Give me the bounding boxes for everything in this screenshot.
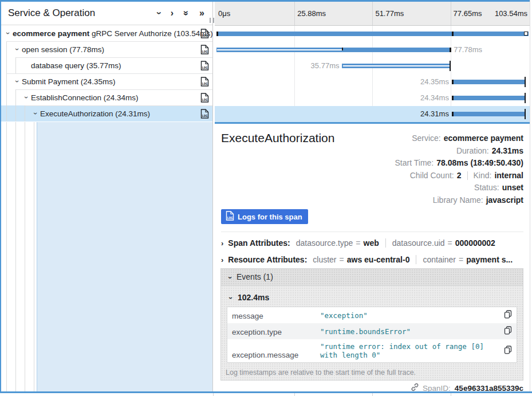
tree-panel-title: Service & Operation <box>8 7 95 19</box>
gridline-mark <box>451 393 451 396</box>
bar-marker <box>525 77 526 87</box>
span-log-icon[interactable]: LOG <box>200 109 209 119</box>
timeline-row[interactable]: 77.78ms <box>215 42 530 58</box>
tree-row[interactable]: ›ExecuteAuthorization (24.31ms)LOG <box>1 105 212 121</box>
copy-icon[interactable] <box>504 346 512 356</box>
logs-for-span-button[interactable]: LOG Logs for this span <box>221 209 308 224</box>
span-duration-bar[interactable] <box>216 32 529 36</box>
span-detail-panel: ExecuteAuthorization Service:ecommerce p… <box>215 122 530 391</box>
span-duration-bar[interactable] <box>452 96 525 100</box>
timeline-row[interactable] <box>215 26 530 42</box>
span-log-icon[interactable]: LOG <box>200 29 209 38</box>
attribute-key: container <box>423 255 456 264</box>
meta-value: 2 <box>457 171 462 180</box>
meta-label: Service: <box>412 134 441 143</box>
double-chevron-right-icon[interactable]: » <box>199 9 204 18</box>
equals-sign: = <box>448 238 452 248</box>
bar-duration-label: 24.31ms <box>420 106 449 122</box>
copy-icon[interactable] <box>504 326 512 336</box>
equals-sign: = <box>340 255 344 264</box>
svg-text:LOG: LOG <box>202 114 208 117</box>
svg-text:LOG: LOG <box>202 82 208 85</box>
frame-border-left <box>0 0 1 393</box>
span-label: Submit Payment (24.35ms) <box>22 77 212 86</box>
tree-row[interactable]: ›EstablishConnection (24.34ms)LOG <box>1 89 212 105</box>
span-log-icon[interactable]: LOG <box>200 77 209 87</box>
event-value: "runtime error: index out of range [0] w… <box>316 339 492 363</box>
chevron-right-icon[interactable]: › <box>221 256 223 264</box>
indent-guide <box>6 89 7 105</box>
meta-label: Duration: <box>456 146 489 155</box>
span-duration-bar[interactable] <box>452 80 525 84</box>
bar-marker <box>217 49 342 50</box>
event-end-marker <box>524 32 528 36</box>
copy-icon[interactable] <box>504 310 512 320</box>
tree-row[interactable]: ›Submit Payment (24.35ms)LOG <box>1 73 212 89</box>
events-header[interactable]: ›Events (1) <box>221 269 523 286</box>
indent-guide <box>15 105 16 121</box>
chevron-down-icon[interactable]: › <box>13 79 22 84</box>
log-document-icon: LOG <box>226 211 234 222</box>
tree-row[interactable]: ›ecommerce payment gRPC Server Authorize… <box>1 25 212 41</box>
chevron-down-icon[interactable]: › <box>22 95 31 100</box>
divider <box>221 232 523 232</box>
indent-guide <box>34 122 34 391</box>
meta-line: Service:ecommerce payment <box>395 132 523 145</box>
tree-row[interactable]: ›open session (77.78ms)LOG <box>1 41 212 57</box>
chevron-down-icon[interactable]: › <box>31 111 40 116</box>
span-tree-panel: Service & Operation › › » » ›ecommerce p… <box>1 2 212 391</box>
indent-guide <box>15 122 16 391</box>
children-highlight-fill <box>37 122 212 391</box>
equals-sign: = <box>356 238 360 248</box>
trace-viewer: Service & Operation › › » » ›ecommerce p… <box>0 0 532 396</box>
chevron-down-icon[interactable]: › <box>154 11 163 14</box>
event-timestamp-header[interactable]: ›102.4ms <box>221 289 523 305</box>
meta-line: Library Name:javascript <box>395 194 523 207</box>
resize-grip-icon[interactable] <box>210 18 214 23</box>
meta-label: Kind: <box>474 171 492 180</box>
span-duration-bar[interactable] <box>452 112 525 116</box>
event-value: "runtime.boundsError" <box>316 323 492 339</box>
indent-guide <box>15 89 16 105</box>
span-log-icon[interactable]: LOG <box>200 45 209 54</box>
timeline-row[interactable]: 24.35ms <box>215 74 530 90</box>
bar-marker <box>452 80 454 84</box>
tree-row[interactable]: database query (35.77ms)LOG <box>1 57 212 73</box>
svg-text:LOG: LOG <box>202 98 208 101</box>
meta-value: javascript <box>486 195 523 205</box>
span-attributes-row[interactable]: ›Span Attributes:datasource.type=webdata… <box>221 237 525 249</box>
attribute-key: datasource.uid <box>392 238 445 248</box>
span-log-icon[interactable]: LOG <box>200 61 209 70</box>
bar-marker <box>216 32 218 36</box>
attribute-value: web <box>364 238 379 248</box>
chevron-down-icon[interactable]: › <box>13 46 22 52</box>
chevron-down-icon[interactable]: › <box>3 30 13 36</box>
indent-guide <box>25 122 25 391</box>
divider <box>467 171 468 180</box>
chevron-right-icon[interactable]: › <box>171 9 174 18</box>
event-attributes-table: message"exception"exception.type"runtime… <box>227 307 517 363</box>
double-chevron-down-icon[interactable]: » <box>182 11 191 16</box>
indent-guide <box>6 73 7 89</box>
gridline-mark <box>372 393 373 396</box>
event-attribute-row: exception.type"runtime.boundsError" <box>227 323 517 339</box>
events-footer-note: Log timestamps are relative to the start… <box>221 363 523 377</box>
scrollbar-gutter[interactable] <box>530 0 532 391</box>
meta-value: internal <box>494 171 523 180</box>
bar-duration-label: 35.77ms <box>311 58 340 74</box>
panel-resize-divider[interactable] <box>212 2 213 391</box>
span-log-icon[interactable]: LOG <box>200 93 209 103</box>
axis-tick-label: 77.65ms <box>454 2 482 25</box>
chevron-right-icon[interactable]: › <box>221 239 223 248</box>
span-meta-block: Service:ecommerce paymentDuration:24.31m… <box>395 132 523 207</box>
timeline-row[interactable]: 35.77ms <box>215 58 530 74</box>
bar-marker <box>450 48 451 52</box>
selected-span-children-area <box>1 122 212 391</box>
resource-attributes-row[interactable]: ›Resource Attributes:cluster=aws eu-cent… <box>221 253 525 266</box>
axis-tick-label: 51.77ms <box>375 2 404 25</box>
timeline-row[interactable]: 24.34ms <box>215 90 530 106</box>
event-attribute-row: message"exception" <box>227 307 517 324</box>
divider <box>385 238 386 248</box>
timeline-row[interactable]: 24.31ms <box>215 106 530 122</box>
span-label: database query (35.77ms) <box>31 61 212 70</box>
